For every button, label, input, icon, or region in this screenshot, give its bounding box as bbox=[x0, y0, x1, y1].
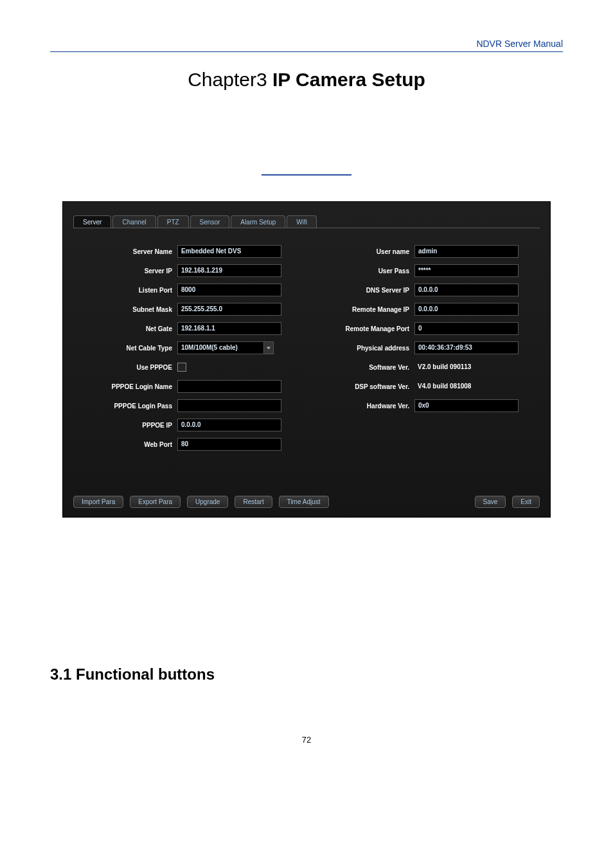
server-ip-input[interactable]: 192.168.1.219 bbox=[177, 264, 281, 277]
chevron-down-icon bbox=[266, 345, 271, 350]
use-pppoe-label: Use PPPOE bbox=[89, 364, 177, 371]
user-pass-input[interactable]: ***** bbox=[414, 264, 519, 277]
pppoe-login-name-input[interactable] bbox=[177, 380, 281, 393]
pppoe-ip-label: PPPOE IP bbox=[89, 422, 177, 429]
chapter-prefix: Chapter3 bbox=[188, 69, 272, 90]
pppoe-login-pass-input[interactable] bbox=[177, 399, 281, 412]
use-pppoe-checkbox[interactable] bbox=[177, 363, 186, 372]
right-column: User nameadmin User Pass***** DNS Server… bbox=[326, 245, 524, 457]
net-cable-type-label: Net Cable Type bbox=[89, 345, 177, 352]
button-bar: Import Para Export Para Upgrade Restart … bbox=[73, 457, 540, 508]
remote-manage-ip-label: Remote Manage IP bbox=[326, 306, 414, 313]
subnet-mask-input[interactable]: 255.255.255.0 bbox=[177, 303, 281, 316]
pppoe-ip-input[interactable]: 0.0.0.0 bbox=[177, 419, 281, 431]
restart-button[interactable]: Restart bbox=[235, 496, 272, 508]
physical-address-input[interactable]: 00:40:36:37:d9:53 bbox=[414, 341, 519, 354]
hardware-ver-input[interactable]: 0x0 bbox=[414, 399, 519, 412]
pppoe-login-name-label: PPPOE Login Name bbox=[89, 383, 177, 390]
dns-server-ip-input[interactable]: 0.0.0.0 bbox=[414, 284, 519, 296]
pppoe-login-pass-label: PPPOE Login Pass bbox=[89, 402, 177, 410]
section-heading: 3.1 Functional buttons bbox=[50, 665, 563, 683]
tab-alarm-setup[interactable]: Alarm Setup bbox=[231, 215, 285, 228]
web-port-input[interactable]: 80 bbox=[177, 438, 281, 451]
dsp-software-ver-value: V4.0 build 081008 bbox=[414, 381, 524, 392]
dsp-software-ver-label: DSP software Ver. bbox=[326, 383, 414, 390]
tab-ptz[interactable]: PTZ bbox=[157, 215, 189, 228]
chapter-name: IP Camera Setup bbox=[272, 69, 425, 90]
form-area: Server NameEmbedded Net DVS Server IP192… bbox=[73, 245, 540, 457]
server-name-label: Server Name bbox=[89, 248, 177, 255]
net-cable-type-select[interactable]: 10M/100M(5 cable) bbox=[177, 341, 263, 354]
software-ver-value: V2.0 build 090113 bbox=[414, 361, 524, 373]
web-port-label: Web Port bbox=[89, 441, 177, 448]
net-gate-input[interactable]: 192.168.1.1 bbox=[177, 322, 281, 335]
remote-manage-port-label: Remote Manage Port bbox=[326, 325, 414, 332]
page-number: 72 bbox=[50, 735, 563, 745]
net-cable-type-dropdown-button[interactable] bbox=[263, 341, 274, 354]
section-link-underline bbox=[262, 161, 351, 176]
remote-manage-ip-input[interactable]: 0.0.0.0 bbox=[414, 303, 519, 316]
export-para-button[interactable]: Export Para bbox=[130, 496, 181, 508]
upgrade-button[interactable]: Upgrade bbox=[187, 496, 228, 508]
subnet-mask-label: Subnet Mask bbox=[89, 306, 177, 313]
time-adjust-button[interactable]: Time Adjust bbox=[279, 496, 329, 508]
net-gate-label: Net Gate bbox=[89, 325, 177, 332]
hardware-ver-label: Hardware Ver. bbox=[326, 402, 414, 410]
server-ip-label: Server IP bbox=[89, 267, 177, 275]
software-ver-label: Software Ver. bbox=[326, 364, 414, 371]
tab-sensor[interactable]: Sensor bbox=[190, 215, 230, 228]
chapter-title: Chapter3 IP Camera Setup bbox=[50, 69, 563, 91]
user-name-label: User name bbox=[326, 248, 414, 255]
settings-window: Server Channel PTZ Sensor Alarm Setup Wi… bbox=[62, 201, 551, 518]
import-para-button[interactable]: Import Para bbox=[73, 496, 123, 508]
tab-channel[interactable]: Channel bbox=[112, 215, 155, 228]
dns-server-ip-label: DNS Server IP bbox=[326, 287, 414, 294]
manual-title: NDVR Server Manual bbox=[50, 39, 563, 52]
user-pass-label: User Pass bbox=[326, 267, 414, 275]
tab-wifi[interactable]: Wifi bbox=[287, 215, 317, 228]
exit-button[interactable]: Exit bbox=[512, 496, 540, 508]
remote-manage-port-input[interactable]: 0 bbox=[414, 322, 519, 335]
server-name-input[interactable]: Embedded Net DVS bbox=[177, 245, 281, 258]
physical-address-label: Physical address bbox=[326, 345, 414, 352]
user-name-input[interactable]: admin bbox=[414, 245, 519, 258]
tab-server[interactable]: Server bbox=[73, 215, 111, 228]
listen-port-input[interactable]: 8000 bbox=[177, 284, 281, 296]
tab-bar: Server Channel PTZ Sensor Alarm Setup Wi… bbox=[73, 213, 540, 228]
save-button[interactable]: Save bbox=[475, 496, 506, 508]
svg-marker-0 bbox=[267, 347, 271, 349]
listen-port-label: Listen Port bbox=[89, 287, 177, 294]
left-column: Server NameEmbedded Net DVS Server IP192… bbox=[89, 245, 287, 457]
